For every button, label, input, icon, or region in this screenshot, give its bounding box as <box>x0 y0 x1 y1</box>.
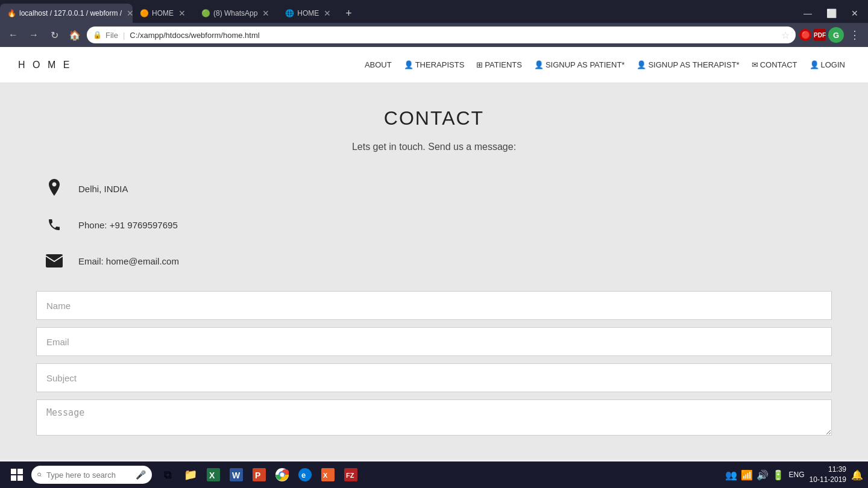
menu-button[interactable]: ⋮ <box>846 27 863 43</box>
start-button[interactable] <box>5 463 29 487</box>
email-icon <box>42 249 66 273</box>
nav-about[interactable]: ABOUT <box>360 60 397 69</box>
extension-red-icon[interactable]: 🔴 <box>799 29 811 41</box>
file-explorer-app[interactable]: 📁 <box>180 464 201 486</box>
contact-title: CONTACT <box>36 107 832 130</box>
edge-app[interactable]: e <box>294 464 316 486</box>
protocol-label: File <box>105 31 118 40</box>
word-app[interactable]: W <box>225 464 247 486</box>
patients-icon: ⊞ <box>476 60 483 69</box>
extension-pdf-icon[interactable]: PDF <box>814 29 826 41</box>
contact-form <box>36 291 832 436</box>
taskbar: 🎤 ⧉ 📁 X W P <box>0 461 868 488</box>
phone-text: Phone: +91 9769597695 <box>78 220 178 230</box>
location-icon <box>42 177 66 201</box>
svg-text:X: X <box>323 472 328 479</box>
tab-2[interactable]: 🟠 HOME ✕ <box>133 4 194 23</box>
svg-text:X: X <box>209 471 215 480</box>
main-content: CONTACT Lets get in touch. Send us a mes… <box>0 83 868 460</box>
nav-therapists[interactable]: 👤 THERAPISTS <box>399 60 470 69</box>
clock-time: 11:39 <box>810 465 846 475</box>
nav-links: ABOUT 👤 THERAPISTS ⊞ PATIENTS 👤 SIGNUP A… <box>360 60 850 69</box>
contact-nav-icon: ✉ <box>752 60 758 69</box>
home-button[interactable]: 🏠 <box>66 27 83 43</box>
tab-3-label: (8) WhatsApp <box>213 9 257 17</box>
signup-patient-icon: 👤 <box>534 60 544 69</box>
svg-text:e: e <box>301 471 306 480</box>
chrome-app[interactable] <box>271 464 293 486</box>
contact-nav-label: CONTACT <box>760 60 797 69</box>
mic-icon[interactable]: 🎤 <box>136 470 146 480</box>
excel-app[interactable]: X <box>203 464 224 486</box>
people-icon[interactable]: 👥 <box>725 469 737 481</box>
xampp-app[interactable]: X <box>317 464 339 486</box>
tab-1[interactable]: 🔥 localhost / 127.0.0.1 / webform / ✕ <box>0 4 133 23</box>
notification-button[interactable]: 🔔 <box>851 469 863 481</box>
close-button[interactable]: ✕ <box>844 4 866 23</box>
address-text: Delhi, INDIA <box>78 184 128 194</box>
address-bar-row: ← → ↻ 🏠 🔒 File | C:/xampp/htdocs/webform… <box>0 23 868 47</box>
site-nav: H O M E ABOUT 👤 THERAPISTS ⊞ PATIENTS 👤 … <box>0 47 868 83</box>
nav-contact[interactable]: ✉ CONTACT <box>747 60 802 69</box>
svg-rect-4 <box>17 475 23 481</box>
taskbar-search[interactable]: 🎤 <box>31 466 152 484</box>
patients-label: PATIENTS <box>485 60 522 69</box>
address-bar[interactable]: 🔒 File | C:/xampp/htdocs/webform/home.ht… <box>87 27 796 43</box>
site-logo: H O M E <box>18 60 72 70</box>
tab-2-label: HOME <box>152 9 174 17</box>
contact-subtitle: Lets get in touch. Send us a message: <box>36 142 832 152</box>
tab-1-label: localhost / 127.0.0.1 / webform / <box>19 9 122 17</box>
task-view-app[interactable]: ⧉ <box>157 464 178 486</box>
back-button[interactable]: ← <box>5 27 22 43</box>
reload-button[interactable]: ↻ <box>46 27 63 43</box>
tab-1-favicon: 🔥 <box>7 9 16 17</box>
name-input[interactable] <box>36 291 832 320</box>
nav-login[interactable]: 👤 LOGIN <box>805 60 850 69</box>
filezilla-app[interactable]: FZ <box>340 464 362 486</box>
forward-button[interactable]: → <box>25 27 42 43</box>
tab-3-close[interactable]: ✕ <box>261 8 271 18</box>
language-indicator: ENG <box>789 471 805 479</box>
tab-1-close[interactable]: ✕ <box>125 8 133 18</box>
phone-row: Phone: +91 9769597695 <box>42 213 832 237</box>
profile-icon[interactable]: G <box>828 27 844 43</box>
tab-2-close[interactable]: ✕ <box>177 8 187 18</box>
tab-3[interactable]: 🟢 (8) WhatsApp ✕ <box>194 4 278 23</box>
volume-icon[interactable]: 🔊 <box>756 469 769 481</box>
tab-2-favicon: 🟠 <box>140 9 148 17</box>
tab-4-favicon: 🌐 <box>285 9 294 17</box>
message-textarea[interactable] <box>36 399 832 436</box>
login-icon: 👤 <box>810 60 819 69</box>
subject-input[interactable] <box>36 363 832 392</box>
address-separator: | <box>123 31 125 40</box>
taskbar-apps: ⧉ 📁 X W P e <box>157 464 362 486</box>
new-tab-button[interactable]: + <box>339 7 358 20</box>
taskbar-icons: 👥 📶 🔊 🔋 <box>725 469 784 481</box>
minimize-button[interactable]: — <box>796 4 819 23</box>
nav-signup-patient[interactable]: 👤 SIGNUP AS PATIENT* <box>529 60 629 69</box>
tab-4-close[interactable]: ✕ <box>322 8 332 18</box>
tab-4[interactable]: 🌐 HOME ✕ <box>278 4 339 23</box>
maximize-button[interactable]: ⬜ <box>819 4 844 23</box>
search-input[interactable] <box>46 471 131 480</box>
tab-3-favicon: 🟢 <box>201 9 210 17</box>
nav-patients[interactable]: ⊞ PATIENTS <box>471 60 527 69</box>
svg-point-15 <box>280 473 285 477</box>
bookmark-icon[interactable]: ☆ <box>781 30 790 41</box>
svg-text:P: P <box>255 471 260 480</box>
svg-line-6 <box>40 476 42 477</box>
battery-icon[interactable]: 🔋 <box>772 469 784 481</box>
tab-4-label: HOME <box>297 9 319 17</box>
powerpoint-app[interactable]: P <box>248 464 270 486</box>
system-clock: 11:39 10-11-2019 <box>810 465 846 485</box>
about-label: ABOUT <box>365 60 392 69</box>
search-icon <box>37 471 42 479</box>
network-icon[interactable]: 📶 <box>741 469 753 481</box>
email-input[interactable] <box>36 327 832 356</box>
login-label: LOGIN <box>821 60 845 69</box>
window-controls: — ⬜ ✕ <box>796 4 868 23</box>
nav-signup-therapist[interactable]: 👤 SIGNUP AS THERAPIST* <box>632 60 744 69</box>
address-row: Delhi, INDIA <box>42 177 832 201</box>
clock-date: 10-11-2019 <box>810 475 846 485</box>
signup-therapist-icon: 👤 <box>637 60 646 69</box>
